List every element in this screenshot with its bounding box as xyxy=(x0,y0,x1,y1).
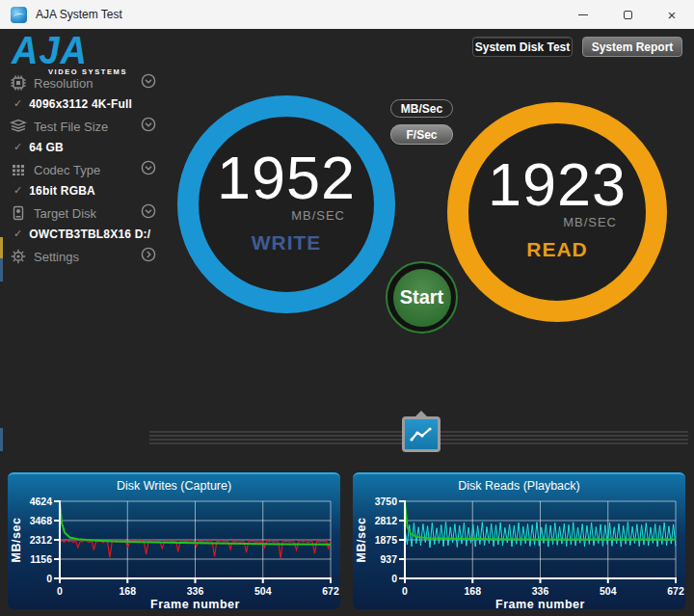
start-button-face: Start xyxy=(393,269,451,327)
svg-text:0: 0 xyxy=(391,573,397,584)
chevron-right-icon[interactable] xyxy=(141,247,156,266)
triangle-up-icon xyxy=(415,411,427,416)
disk-writes-chart-panel: Disk Writes (Capture) 011562312346846240… xyxy=(8,472,340,609)
chip-icon xyxy=(10,74,27,92)
svg-text:0: 0 xyxy=(46,573,52,584)
codec-type-value: 16bit RGBA xyxy=(29,184,95,198)
test-file-size-value-row[interactable]: ✓ 64 GB xyxy=(10,138,156,156)
svg-text:672: 672 xyxy=(667,585,684,597)
svg-text:3750: 3750 xyxy=(375,495,398,507)
gear-icon xyxy=(10,248,27,265)
svg-text:504: 504 xyxy=(600,585,617,597)
svg-text:0: 0 xyxy=(402,585,408,597)
sidebar-item-resolution[interactable]: Resolution xyxy=(10,71,156,94)
read-speed-value: 1923 xyxy=(488,154,627,215)
chevron-down-icon[interactable] xyxy=(141,160,156,179)
resolution-value-row[interactable]: ✓ 4096x3112 4K-Full xyxy=(10,94,156,113)
read-speed-gauge: 1923 MB/SEC READ xyxy=(447,102,667,322)
sidebar-item-target-disk[interactable]: Target Disk xyxy=(10,201,156,225)
write-speed-unit: MB/SEC xyxy=(291,208,345,223)
f-sec-toggle-button[interactable]: F/Sec xyxy=(390,124,453,145)
start-button[interactable]: Start xyxy=(386,261,458,334)
svg-text:672: 672 xyxy=(322,585,339,597)
svg-text:0: 0 xyxy=(57,585,63,597)
svg-text:504: 504 xyxy=(254,585,272,597)
check-icon: ✓ xyxy=(13,228,22,240)
maximize-button[interactable] xyxy=(605,0,650,29)
sidebar-item-label: Resolution xyxy=(34,76,93,91)
check-icon: ✓ xyxy=(13,97,22,110)
test-file-size-value: 64 GB xyxy=(29,141,64,154)
check-icon: ✓ xyxy=(13,141,22,153)
app-icon xyxy=(11,7,27,23)
svg-text:Frame number: Frame number xyxy=(495,598,585,609)
resolution-value: 4096x3112 4K-Full xyxy=(29,97,132,111)
sidebar-item-settings[interactable]: Settings xyxy=(10,245,156,268)
svg-text:168: 168 xyxy=(464,585,481,597)
read-speed-unit: MB/SEC xyxy=(563,215,617,229)
edge-decoration xyxy=(0,428,3,451)
disk-icon xyxy=(10,204,27,222)
svg-text:1875: 1875 xyxy=(375,534,398,546)
close-icon: × xyxy=(668,8,677,22)
start-button-label: Start xyxy=(400,286,444,308)
system-report-button[interactable]: System Report xyxy=(582,37,682,57)
close-button[interactable]: × xyxy=(650,0,694,29)
svg-text:168: 168 xyxy=(119,585,136,597)
svg-text:2812: 2812 xyxy=(375,515,398,526)
disk-reads-chart-title: Disk Reads (Playback) xyxy=(353,474,685,495)
minimize-button[interactable] xyxy=(561,0,605,29)
layers-icon xyxy=(10,118,27,135)
sidebar-item-label: Target Disk xyxy=(34,206,96,221)
svg-text:937: 937 xyxy=(380,553,397,565)
aja-logo: AJA VIDEO SYSTEMS xyxy=(12,34,127,76)
sidebar-item-label: Test File Size xyxy=(34,120,108,134)
aja-wordmark: AJA xyxy=(12,33,127,67)
sidebar-item-test-file-size[interactable]: Test File Size xyxy=(10,115,156,138)
sidebar: Resolution ✓ 4096x3112 4K-Full Test File… xyxy=(10,71,156,268)
sidebar-item-label: Codec Type xyxy=(34,163,100,177)
line-chart-icon xyxy=(405,419,438,449)
target-disk-value: OWCTB3TBL8X16 D:/ xyxy=(29,228,150,241)
write-gauge-label: WRITE xyxy=(252,231,322,254)
edge-decoration xyxy=(0,237,3,258)
mb-sec-toggle-button[interactable]: MB/Sec xyxy=(390,99,453,118)
svg-text:MB/sec: MB/sec xyxy=(10,518,23,563)
chevron-down-icon[interactable] xyxy=(141,73,156,93)
disk-reads-chart: 09371875281237500168336504672Frame numbe… xyxy=(353,495,685,609)
app-window: AJA System Test × AJA VIDEO SYSTEMS Syst… xyxy=(0,0,694,616)
app-content: AJA VIDEO SYSTEMS System Disk Test Syste… xyxy=(0,29,694,616)
read-gauge-label: READ xyxy=(526,238,588,261)
svg-text:2312: 2312 xyxy=(30,534,53,546)
chart-panel-toggle-button[interactable] xyxy=(402,416,440,452)
svg-text:MB/sec: MB/sec xyxy=(355,518,368,563)
window-controls: × xyxy=(561,0,694,29)
edge-decoration xyxy=(0,258,3,281)
svg-text:4624: 4624 xyxy=(30,495,53,507)
svg-text:3468: 3468 xyxy=(30,515,53,526)
target-disk-value-row[interactable]: ✓ OWCTB3TBL8X16 D:/ xyxy=(10,225,156,243)
sidebar-item-codec-type[interactable]: Codec Type xyxy=(10,158,156,181)
write-speed-value: 1952 xyxy=(217,147,356,208)
minimize-icon xyxy=(578,14,588,15)
svg-text:Frame number: Frame number xyxy=(150,598,240,609)
maximize-icon xyxy=(624,11,632,19)
disk-reads-chart-panel: Disk Reads (Playback) 093718752812375001… xyxy=(353,472,685,609)
write-speed-gauge: 1952 MB/SEC WRITE xyxy=(177,95,395,313)
chevron-down-icon[interactable] xyxy=(141,203,156,223)
grid-icon xyxy=(10,161,27,178)
svg-text:336: 336 xyxy=(532,585,549,597)
disk-writes-chart: 011562312346846240168336504672Frame numb… xyxy=(8,495,340,609)
window-title: AJA System Test xyxy=(36,8,122,21)
chevron-down-icon[interactable] xyxy=(141,117,156,136)
svg-text:1156: 1156 xyxy=(30,553,52,565)
svg-text:336: 336 xyxy=(187,585,204,597)
system-disk-test-button[interactable]: System Disk Test xyxy=(472,37,573,57)
titlebar: AJA System Test × xyxy=(0,0,694,29)
sidebar-item-label: Settings xyxy=(34,250,79,264)
disk-writes-chart-title: Disk Writes (Capture) xyxy=(8,474,340,495)
check-icon: ✓ xyxy=(13,184,22,197)
codec-type-value-row[interactable]: ✓ 16bit RGBA xyxy=(10,181,156,200)
